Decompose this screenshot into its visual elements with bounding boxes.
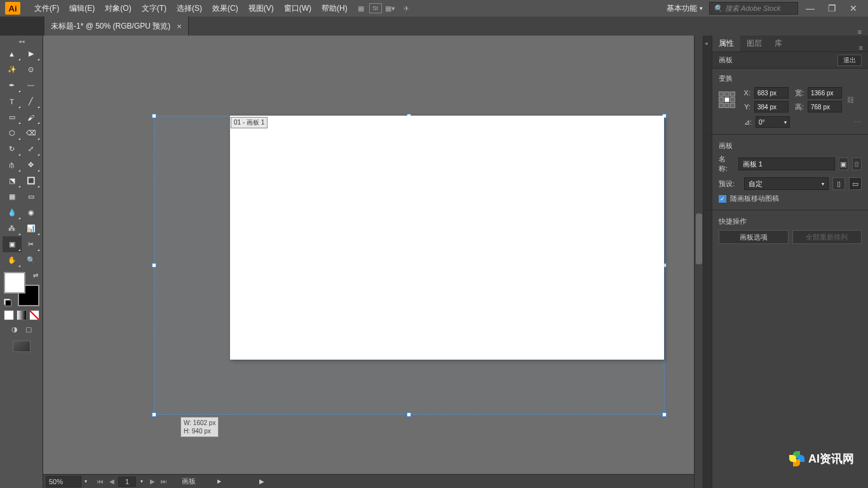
x-input[interactable]: 683 px — [754, 87, 789, 98]
none-mode-button[interactable] — [29, 310, 39, 320]
slice-tool[interactable]: ✂ — [22, 236, 41, 252]
rotate-tool[interactable]: ↻ — [3, 141, 22, 157]
next-artboard-button[interactable]: ▶ — [147, 477, 158, 487]
status-play-icon[interactable]: ▶ — [259, 478, 264, 485]
workspace-switcher[interactable]: 基本功能▾ — [667, 3, 703, 14]
landscape-icon[interactable]: ▭ — [849, 177, 862, 190]
document-tab[interactable]: 未标题-1* @ 50% (RGB/GPU 预览) × — [44, 17, 189, 36]
vertical-scrollbar[interactable] — [694, 36, 703, 488]
artboard-name-input[interactable] — [738, 158, 835, 170]
move-artwork-checkbox[interactable]: ✓随画板移动图稿 — [719, 194, 862, 203]
menu-file[interactable]: 文件(F) — [29, 3, 64, 14]
eyedropper-tool[interactable]: 💧 — [3, 205, 22, 220]
tab-properties[interactable]: 属性 — [712, 36, 740, 51]
color-mode-button[interactable] — [4, 310, 14, 320]
prev-artboard-button[interactable]: ◀ — [107, 477, 117, 487]
stock-search-input[interactable]: 🔍搜索 Adobe Stock — [709, 2, 798, 15]
exit-button[interactable]: 退出 — [837, 55, 862, 66]
lasso-tool[interactable]: ⊙ — [22, 62, 41, 78]
reference-point-grid[interactable] — [719, 92, 735, 108]
rectangle-tool[interactable]: ▭ — [3, 109, 22, 125]
selection-tool[interactable]: ▲ — [3, 46, 22, 62]
artboard-dropdown-icon[interactable]: ▾ — [137, 478, 146, 484]
angle-input[interactable]: 0°▾ — [756, 116, 790, 128]
menu-view[interactable]: 视图(V) — [243, 3, 279, 14]
gpu-icon[interactable]: ✈ — [398, 2, 415, 15]
symbol-sprayer-tool[interactable]: ⁂ — [3, 220, 22, 236]
menu-object[interactable]: 对象(O) — [100, 3, 136, 14]
status-section-button[interactable]: 画板▶ — [182, 477, 221, 486]
line-tool[interactable]: ╱ — [22, 93, 41, 109]
shape-builder-tool[interactable]: ⬔ — [3, 173, 22, 189]
handle-bc[interactable] — [407, 412, 411, 417]
fill-stroke-swatches[interactable]: ⇄ — [4, 272, 39, 306]
graph-tool[interactable]: 📊 — [22, 220, 41, 236]
preset-dropdown[interactable]: 自定▾ — [744, 177, 829, 190]
toolbar-collapse-icon[interactable]: ◂◂ — [17, 38, 27, 44]
perspective-tool[interactable]: 🔳 — [22, 173, 41, 189]
fill-swatch[interactable] — [4, 272, 25, 294]
panel-flyout-menu-icon[interactable]: ≡ — [854, 44, 868, 51]
tab-libraries[interactable]: 库 — [768, 36, 789, 51]
artboard-tool[interactable]: ▣ — [3, 236, 22, 252]
swap-fill-stroke-icon[interactable]: ⇄ — [33, 272, 38, 279]
delete-artboard-icon[interactable]: 🗑 — [852, 158, 862, 170]
more-options-icon[interactable]: ⋯ — [853, 118, 862, 126]
zoom-tool[interactable]: 🔍 — [22, 252, 41, 268]
screen-mode-icon[interactable]: ▢ — [24, 324, 34, 334]
menu-window[interactable]: 窗口(W) — [279, 3, 316, 14]
last-artboard-button[interactable]: ⏭ — [159, 477, 169, 487]
handle-br[interactable] — [662, 412, 667, 417]
rearrange-all-button[interactable]: 全部重新排列 — [792, 230, 862, 244]
artboard[interactable] — [230, 116, 664, 360]
scale-tool[interactable]: ⤢ — [22, 141, 41, 157]
stock-icon[interactable]: St — [369, 3, 382, 13]
perspective-widget[interactable] — [13, 341, 31, 352]
menu-type[interactable]: 文字(T) — [137, 3, 172, 14]
panel-menu-icon[interactable]: ≡ — [851, 28, 868, 36]
tab-layers[interactable]: 图层 — [740, 36, 768, 51]
type-tool[interactable]: T — [3, 93, 22, 109]
handle-tl[interactable] — [152, 114, 156, 118]
mesh-tool[interactable]: ▦ — [3, 189, 22, 205]
menu-effect[interactable]: 效果(C) — [207, 3, 243, 14]
zoom-dropdown-icon[interactable]: ▾ — [81, 478, 90, 484]
portrait-icon[interactable]: ▯ — [832, 177, 845, 190]
tab-close-icon[interactable]: × — [177, 22, 182, 31]
collapsed-panel-strip[interactable]: ◂ — [703, 36, 712, 488]
height-input[interactable]: 768 px — [808, 101, 842, 112]
menu-help[interactable]: 帮助(H) — [316, 3, 353, 14]
curvature-tool[interactable]: 〰 — [22, 78, 41, 93]
magic-wand-tool[interactable]: ✨ — [3, 62, 22, 78]
expand-panel-icon[interactable]: ◂ — [705, 40, 711, 46]
gradient-tool[interactable]: ▭ — [22, 189, 41, 205]
canvas[interactable]: 01 - 画板 1 W: 1602 pxH: 940 px 50% ▾ ⏮ ◀ … — [43, 36, 703, 488]
handle-ml[interactable] — [152, 263, 156, 268]
minimize-button[interactable]: — — [801, 2, 820, 15]
menu-select[interactable]: 选择(S) — [172, 3, 207, 14]
zoom-input[interactable]: 50% — [46, 476, 81, 487]
pen-tool[interactable]: ✒ — [3, 78, 22, 93]
close-button[interactable]: ✕ — [844, 2, 863, 15]
artboard-options-button[interactable]: 画板选项 — [719, 230, 789, 244]
eraser-tool[interactable]: ⌫ — [22, 125, 41, 141]
bridge-icon[interactable]: ▦ — [353, 2, 369, 15]
first-artboard-button[interactable]: ⏮ — [95, 477, 105, 487]
arrange-icon[interactable]: ▦▾ — [382, 2, 398, 15]
menu-edit[interactable]: 编辑(E) — [64, 3, 100, 14]
shaper-tool[interactable]: ⬡ — [3, 125, 22, 141]
direct-selection-tool[interactable]: ▶ — [22, 46, 41, 62]
scrollbar-thumb[interactable] — [696, 214, 702, 264]
gradient-mode-button[interactable] — [17, 310, 27, 320]
blend-tool[interactable]: ◉ — [22, 205, 41, 220]
artboard-number-input[interactable]: 1 — [118, 477, 136, 487]
width-tool[interactable]: ⫛ — [3, 157, 22, 173]
maximize-button[interactable]: ❐ — [822, 2, 841, 15]
draw-mode-icon[interactable]: ◑ — [10, 324, 20, 334]
free-transform-tool[interactable]: ✥ — [22, 157, 41, 173]
handle-bl[interactable] — [152, 412, 156, 417]
width-input[interactable]: 1366 px — [808, 87, 842, 98]
link-wh-icon[interactable]: ⛓ — [846, 96, 855, 104]
hand-tool[interactable]: ✋ — [3, 252, 22, 268]
default-fill-stroke-icon[interactable] — [4, 299, 11, 306]
